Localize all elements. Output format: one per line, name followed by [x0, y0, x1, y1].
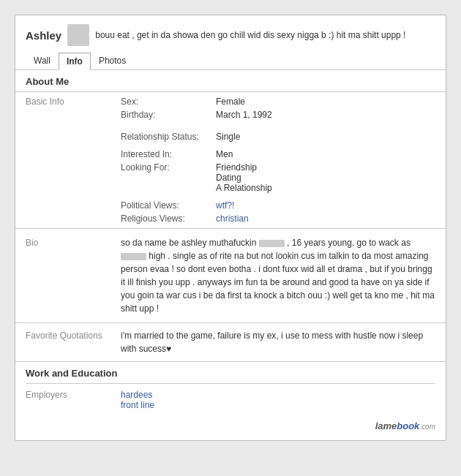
political-link[interactable]: wtf?! [216, 200, 234, 211]
redacted-2 [121, 253, 146, 260]
political-label: Political Views: [110, 199, 206, 212]
tab-info[interactable]: Info [59, 53, 91, 70]
sex-value: Female [206, 95, 446, 108]
birthday-value: March 1, 1992 [206, 108, 446, 121]
religious-label: Religious Views: [110, 212, 206, 225]
quotes-label: Favorite Quotations [26, 329, 121, 355]
lame-text: lame [375, 420, 397, 431]
interested-value: Men [206, 148, 446, 161]
quotes-section: Favorite Quotations i'm married to the g… [15, 323, 446, 362]
tab-photos[interactable]: Photos [91, 52, 134, 69]
position-value: front line [121, 400, 435, 410]
tab-wall[interactable]: Wall [26, 52, 59, 69]
looking-for-3: A Relationship [216, 183, 272, 193]
looking-for-2: Dating [216, 173, 241, 183]
basic-info-label: Basic Info [15, 95, 110, 225]
about-me-heading: About Me [15, 70, 446, 91]
religious-link[interactable]: christian [216, 214, 249, 224]
company-link[interactable]: hardees [121, 390, 152, 400]
looking-for-1: Friendship [216, 162, 257, 173]
profile-card: Ashley bouu eat , get in da showa den go… [15, 15, 446, 441]
company-name: hardees [121, 390, 435, 400]
work-content: Employers hardees front line [26, 390, 435, 410]
relationship-value: Single [206, 130, 446, 143]
employers-label: Employers [26, 390, 121, 410]
profile-header: Ashley bouu eat , get in da showa den go… [15, 15, 446, 52]
quotes-text: i'm married to the game, failure is my e… [121, 329, 435, 355]
divider-2 [26, 383, 435, 384]
redacted-1 [259, 240, 285, 247]
interested-label: Interested In: [110, 148, 206, 161]
profile-status: bouu eat , get in da showa den go chill … [95, 30, 435, 40]
position-link[interactable]: front line [121, 400, 154, 410]
political-value: wtf?! [206, 199, 446, 212]
basic-info-block: Basic Info Sex: Female Birthday: March 1… [15, 92, 446, 228]
bio-section: Bio so da name be ashley muthafuckin , 1… [15, 228, 446, 323]
table-row: Basic Info Sex: Female [15, 95, 446, 108]
sex-label: Sex: [110, 95, 206, 108]
birthday-label: Birthday: [110, 108, 206, 121]
avatar [67, 24, 89, 46]
lamebook-logo: lamebook.com [375, 420, 435, 431]
bio-text: so da name be ashley muthafuckin , 16 ye… [121, 236, 435, 315]
work-education-section: Work and Education Employers hardees fro… [15, 362, 446, 415]
tabs-bar: Wall Info Photos [15, 52, 446, 70]
work-values: hardees front line [121, 390, 435, 410]
basic-info-table: Basic Info Sex: Female Birthday: March 1… [15, 95, 446, 225]
book-text: book [397, 420, 419, 431]
footer: lamebook.com [15, 415, 446, 433]
looking-for-label: Looking For: [110, 161, 206, 194]
looking-for-values: Friendship Dating A Relationship [206, 161, 446, 194]
religious-value: christian [206, 212, 446, 225]
com-text: .com [419, 423, 435, 431]
bio-label: Bio [26, 236, 121, 315]
profile-name: Ashley [26, 29, 61, 42]
work-education-heading: Work and Education [26, 368, 435, 379]
relationship-label: Relationship Status: [110, 130, 206, 143]
